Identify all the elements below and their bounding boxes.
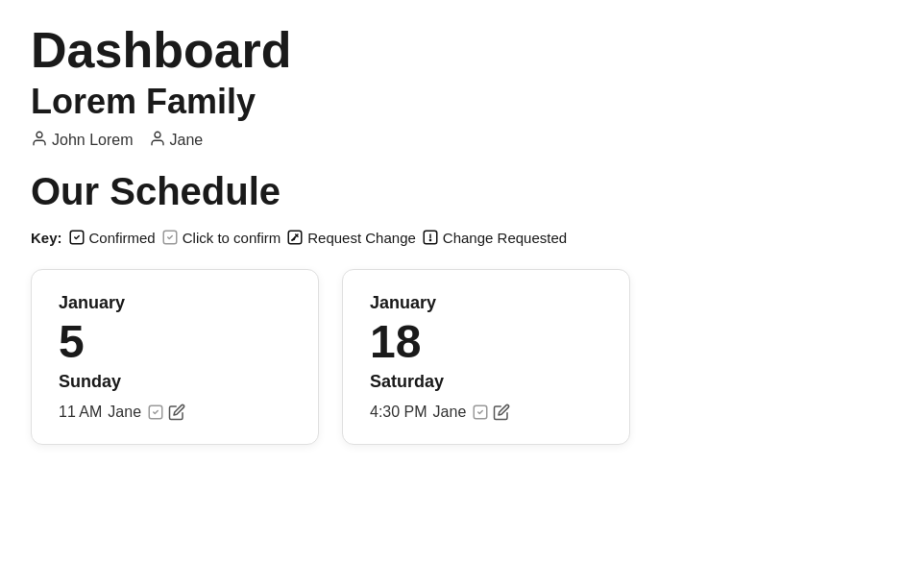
svg-point-0 xyxy=(37,132,42,137)
member-jane: Jane xyxy=(149,130,204,151)
card-1-person: Jane xyxy=(433,404,467,421)
legend-request-change-label: Request Change xyxy=(307,230,416,246)
legend-change-requested: Change Requested xyxy=(422,229,567,246)
svg-point-1 xyxy=(155,132,160,137)
card-1-time: 4:30 PM xyxy=(370,404,427,421)
card-1-month: January xyxy=(370,293,602,313)
person-icon-john xyxy=(31,130,48,151)
card-0-weekday: Sunday xyxy=(59,372,291,392)
page-title: Dashboard xyxy=(31,23,872,78)
check-outline-icon xyxy=(161,229,179,246)
cards-row: January 5 Sunday 11 AM Jane xyxy=(31,269,872,445)
card-0-day: 5 xyxy=(59,317,291,368)
card-0-time: 11 AM xyxy=(59,404,102,421)
card-1-edit-icon[interactable] xyxy=(493,404,510,421)
schedule-card-1: January 18 Saturday 4:30 PM Jane xyxy=(342,269,630,445)
svg-point-7 xyxy=(429,240,430,241)
card-1-day: 18 xyxy=(370,317,602,368)
legend-label: Key: xyxy=(31,230,62,246)
card-0-icons xyxy=(147,404,185,421)
edit-icon-legend xyxy=(286,229,304,246)
legend-request-change: Request Change xyxy=(286,229,416,246)
schedule-card-0: January 5 Sunday 11 AM Jane xyxy=(31,269,319,445)
legend-confirmed-label: Confirmed xyxy=(89,230,156,246)
person-icon-jane xyxy=(149,130,166,151)
card-1-weekday: Saturday xyxy=(370,372,602,392)
schedule-title: Our Schedule xyxy=(31,170,872,213)
family-name: Lorem Family xyxy=(31,82,872,122)
legend-row: Key: Confirmed Click to confirm xyxy=(31,229,872,246)
card-1-icons xyxy=(472,404,510,421)
card-0-month: January xyxy=(59,293,291,313)
exclamation-icon-legend xyxy=(422,229,439,246)
legend-change-requested-label: Change Requested xyxy=(443,230,567,246)
card-0-person: Jane xyxy=(108,404,141,421)
card-1-event: 4:30 PM Jane xyxy=(370,404,602,421)
member-john-name: John Lorem xyxy=(52,132,134,149)
legend-click-to-confirm: Click to confirm xyxy=(161,229,281,246)
members-row: John Lorem Jane xyxy=(31,130,872,151)
member-jane-name: Jane xyxy=(170,132,204,149)
card-0-event: 11 AM Jane xyxy=(59,404,291,421)
card-0-edit-icon[interactable] xyxy=(168,404,185,421)
legend-click-to-confirm-label: Click to confirm xyxy=(183,230,281,246)
member-john: John Lorem xyxy=(31,130,134,151)
check-filled-icon xyxy=(68,229,85,246)
card-0-check-outline-icon[interactable] xyxy=(147,404,164,421)
card-1-check-outline-icon[interactable] xyxy=(472,404,489,421)
legend-confirmed: Confirmed xyxy=(68,229,156,246)
